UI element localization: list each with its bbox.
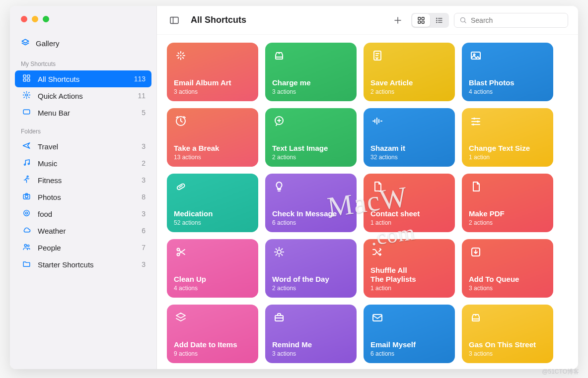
run-icon [21, 175, 32, 186]
sidebar-item-photos[interactable]: Photos 8 [15, 189, 151, 205]
shortcut-card[interactable]: Charge me 3 actions [265, 43, 357, 101]
target-icon [21, 209, 32, 219]
card-subtitle: 3 actions [469, 285, 546, 292]
card-title: Make PDF [469, 209, 546, 218]
shortcut-card[interactable]: Shuffle AllThe Playlists 1 action [364, 239, 455, 298]
card-title: Blast Photos [469, 78, 546, 87]
card-subtitle: 2 actions [272, 154, 350, 161]
shortcut-card[interactable]: Email Album Art 3 actions [167, 43, 258, 101]
section-my-shortcuts: My Shortcuts [10, 58, 156, 70]
maximize-button[interactable] [43, 16, 49, 22]
shortcut-card[interactable]: Email Myself 6 actions [364, 305, 455, 363]
rect-icon [21, 108, 32, 118]
search-icon [459, 16, 467, 24]
sidebar-item-count: 3 [142, 176, 146, 184]
sidebar-item-label: food [38, 210, 52, 218]
shortcut-card[interactable]: Gas On This Street 3 actions [462, 305, 553, 363]
card-title: Remind Me [272, 340, 350, 349]
sidebar-item-count: 113 [134, 75, 146, 83]
car-icon [272, 49, 286, 63]
list-view-button[interactable] [430, 14, 448, 27]
shortcut-card[interactable]: Add Date to Items 9 actions [167, 305, 258, 363]
sidebar-item-label: Weather [38, 227, 66, 235]
sidebar-item-label: Starter Shortcuts [38, 260, 94, 269]
card-subtitle: 4 actions [469, 88, 546, 95]
gallery-icon [21, 38, 30, 49]
shortcut-card[interactable]: Contact sheet 1 action [364, 174, 455, 232]
mail-icon [370, 311, 384, 324]
shortcut-card[interactable]: Word of the Day 2 actions [265, 239, 357, 298]
sun-icon [272, 245, 286, 259]
sidebar-item-count: 3 [142, 260, 146, 268]
card-title: Email Myself [370, 340, 448, 349]
shortcut-card[interactable]: Make PDF 2 actions [462, 174, 553, 232]
card-title: Gas On This Street [469, 340, 546, 349]
sidebar-item-starter-shortcuts[interactable]: Starter Shortcuts 3 [15, 256, 151, 273]
sidebar-item-label: Quick Actions [38, 92, 83, 100]
sidebar-item-people[interactable]: People 7 [15, 239, 151, 256]
shortcut-card[interactable]: Text Last Image 2 actions [265, 108, 357, 167]
bulb-icon [272, 180, 286, 193]
sidebar-item-music[interactable]: Music 2 [15, 155, 151, 172]
add-button[interactable] [389, 13, 406, 28]
shortcut-card[interactable]: Save Article 2 actions [364, 43, 455, 101]
briefcase-icon [272, 311, 286, 324]
shortcut-card[interactable]: Take a Break 13 actions [167, 108, 258, 167]
sidebar-item-weather[interactable]: Weather 6 [15, 222, 151, 239]
sidebar-item-travel[interactable]: Travel 3 [15, 138, 151, 155]
search-field[interactable] [454, 13, 568, 28]
view-segmented [411, 13, 449, 28]
sidebar-item-count: 3 [142, 142, 146, 150]
sidebar-item-menu-bar[interactable]: Menu Bar 5 [15, 104, 151, 121]
doc-lang-icon [370, 49, 384, 63]
card-title: Save Article [370, 78, 448, 87]
sidebar: Gallery My Shortcuts All Shortcuts 113 Q… [10, 6, 157, 369]
sidebar-item-fitness[interactable]: Fitness 3 [15, 172, 151, 189]
card-subtitle: 6 actions [272, 219, 350, 226]
search-input[interactable] [471, 16, 563, 24]
sidebar-item-quick-actions[interactable]: Quick Actions 11 [15, 87, 151, 104]
card-subtitle: 32 actions [370, 154, 448, 161]
shortcut-card[interactable]: Check In Message 6 actions [265, 174, 357, 232]
sidebar-item-food[interactable]: food 3 [15, 205, 151, 222]
doc-icon [370, 180, 384, 193]
close-button[interactable] [21, 16, 27, 22]
card-title: Shuffle AllThe Playlists [370, 266, 448, 284]
card-title: Medication [174, 209, 251, 218]
sidebar-item-count: 11 [138, 92, 146, 100]
wave-icon [370, 114, 384, 128]
sidebar-item-label: People [38, 244, 61, 252]
image-icon [469, 49, 483, 63]
card-title: Add Date to Items [174, 340, 251, 349]
shortcut-card[interactable]: Add To Queue 3 actions [462, 239, 553, 298]
sidebar-item-count: 6 [142, 227, 146, 235]
gallery-link[interactable]: Gallery [10, 35, 156, 58]
sidebar-item-count: 2 [142, 159, 146, 167]
shortcut-card[interactable]: Blast Photos 4 actions [462, 43, 553, 101]
svg-rect-5 [422, 17, 424, 20]
toggle-sidebar-button[interactable] [166, 13, 183, 28]
card-subtitle: 3 actions [272, 88, 350, 95]
plus-bubble-icon [272, 114, 286, 128]
app-window: Gallery My Shortcuts All Shortcuts 113 Q… [10, 6, 578, 369]
sidebar-item-count: 7 [142, 244, 146, 252]
minimize-button[interactable] [32, 16, 38, 22]
sidebar-item-all-shortcuts[interactable]: All Shortcuts 113 [15, 70, 151, 87]
shortcut-card[interactable]: Change Text Size 1 action [462, 108, 553, 167]
card-subtitle: 1 action [370, 285, 448, 292]
shortcut-card[interactable]: Clean Up 4 actions [167, 239, 258, 298]
card-title: Charge me [272, 78, 350, 87]
shortcut-card[interactable]: Shazam it 32 actions [364, 108, 455, 167]
plane-icon [21, 141, 32, 152]
clock-icon [174, 114, 188, 128]
svg-rect-7 [422, 21, 424, 23]
grid-icon [21, 74, 32, 84]
shortcut-card[interactable]: Medication 52 actions [167, 174, 258, 232]
card-title: Email Album Art [174, 78, 251, 87]
sparkle-icon [174, 49, 188, 63]
svg-rect-6 [418, 21, 421, 23]
card-subtitle: 9 actions [174, 350, 251, 357]
shortcut-card[interactable]: Remind Me 3 actions [265, 305, 357, 363]
svg-line-15 [464, 21, 466, 23]
grid-view-button[interactable] [412, 14, 430, 27]
